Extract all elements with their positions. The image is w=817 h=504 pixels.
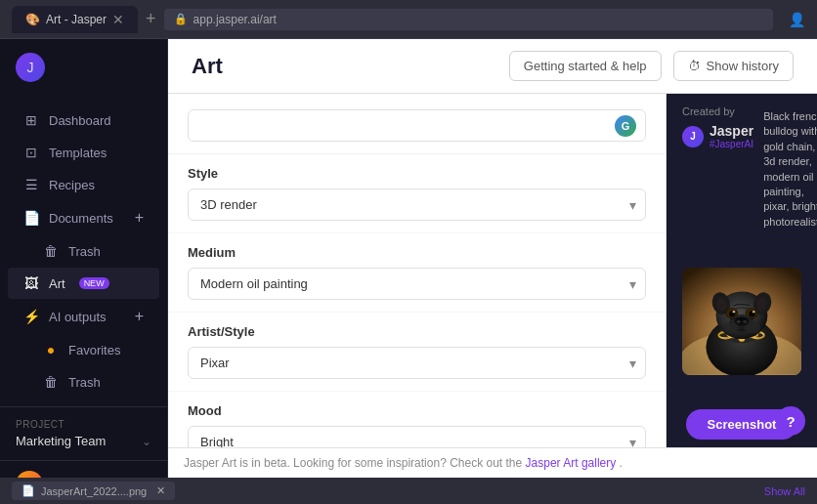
documents-icon: 📄 — [23, 210, 39, 226]
style-select-wrapper: 3D render ▾ — [188, 189, 646, 221]
g-button[interactable]: G — [615, 115, 636, 137]
brand-section: Created by J Jasper #JasperAI — [682, 105, 753, 149]
medium-select-wrapper: Modern oil painting ▾ — [188, 268, 646, 300]
svg-point-23 — [733, 311, 735, 313]
sidebar-item-ai-outputs[interactable]: ⚡ AI outputs + — [8, 300, 159, 333]
artist-section: Artist/Style Pixar ▾ — [168, 313, 666, 392]
help-icon: ? — [786, 413, 795, 430]
lock-icon: 🔒 — [174, 13, 188, 25]
bottom-bar: Jasper Art is in beta. Looking for some … — [168, 447, 817, 478]
text-input-row: G — [188, 109, 646, 142]
image-container — [666, 241, 817, 401]
main-body: G Style 3D render ▾ Medium — [168, 94, 817, 447]
svg-point-31 — [745, 322, 760, 333]
avatar: JO — [16, 471, 43, 478]
sidebar-item-trash[interactable]: 🗑 Trash — [8, 235, 159, 267]
preview-header: Created by J Jasper #JasperAI Black fren… — [666, 94, 817, 241]
svg-point-29 — [743, 320, 747, 323]
user-section: JO Jasper Official ⚙ — [0, 460, 167, 478]
main-header: Art Getting started & help ⏱ Show histor… — [168, 39, 817, 94]
sidebar-item-favorites[interactable]: ● Favorites — [8, 334, 159, 365]
art-icon: 🖼 — [23, 275, 39, 291]
trash-label: Trash — [68, 244, 101, 259]
sidebar-item-dashboard[interactable]: ⊞ Dashboard — [8, 105, 159, 136]
history-button[interactable]: ⏱ Show history — [673, 51, 794, 81]
dog-artwork — [682, 268, 801, 375]
templates-label: Templates — [49, 146, 107, 160]
style-select[interactable]: 3D render — [188, 189, 646, 221]
file-bar: 📄 JasperArt_2022....png ✕ Show All — [0, 478, 817, 504]
art-badge: NEW — [79, 277, 109, 289]
tab-label: Art - Jasper — [46, 13, 107, 26]
svg-point-30 — [722, 322, 738, 333]
svg-point-24 — [752, 311, 754, 313]
add-document-icon[interactable]: + — [135, 209, 144, 227]
style-section: Style 3D render ▾ — [168, 154, 666, 233]
medium-select[interactable]: Modern oil painting — [188, 268, 646, 300]
trash2-label: Trash — [68, 375, 101, 390]
trash-icon: 🗑 — [43, 243, 59, 259]
jasper-brand: J Jasper #JasperAI — [682, 123, 753, 149]
help-bubble[interactable]: ? — [776, 406, 805, 436]
sidebar-nav: ⊞ Dashboard ⊡ Templates ☰ Recipes 📄 Docu… — [0, 96, 167, 406]
new-tab-button[interactable]: + — [146, 9, 156, 29]
created-by-label: Created by — [682, 105, 753, 117]
favorites-label: Favorites — [68, 343, 120, 357]
project-label: PROJECT — [16, 419, 151, 430]
show-all-label[interactable]: Show All — [764, 485, 805, 497]
page-title: Art — [192, 54, 223, 79]
add-output-icon[interactable]: + — [135, 308, 144, 325]
project-chevron[interactable]: ⌄ — [142, 435, 151, 448]
medium-section: Medium Modern oil painting ▾ — [168, 233, 666, 313]
history-icon: ⏱ — [688, 59, 701, 73]
generated-image — [682, 268, 801, 375]
sidebar-item-recipes[interactable]: ☰ Recipes — [8, 169, 159, 200]
ai-outputs-label: AI outputs — [49, 310, 107, 324]
mood-select-wrapper: Bright ▾ — [188, 426, 646, 447]
sidebar-item-documents[interactable]: 📄 Documents + — [8, 201, 159, 234]
brand-tag: #JasperAI — [710, 139, 753, 149]
tab-close-icon[interactable]: ✕ — [112, 12, 124, 27]
file-close-icon[interactable]: ✕ — [156, 484, 165, 497]
templates-icon: ⊡ — [23, 145, 39, 160]
artist-select-wrapper: Pixar ▾ — [188, 347, 646, 379]
art-label: Art — [49, 276, 65, 291]
sidebar-item-templates[interactable]: ⊡ Templates — [8, 137, 159, 168]
preview-panel: Created by J Jasper #JasperAI Black fren… — [666, 94, 817, 447]
file-item[interactable]: 📄 JasperArt_2022....png ✕ — [12, 482, 175, 500]
jasper-gallery-link[interactable]: Jasper Art gallery — [526, 456, 617, 470]
svg-point-28 — [737, 320, 741, 323]
documents-label: Documents — [49, 211, 113, 226]
favorites-icon: ● — [43, 342, 59, 357]
browser-tab[interactable]: 🎨 Art - Jasper ✕ — [12, 6, 138, 33]
browser-chrome: 🎨 Art - Jasper ✕ + 🔒 app.jasper.ai/art 👤 — [0, 0, 817, 39]
dashboard-label: Dashboard — [49, 113, 111, 128]
jasper-brand-icon: J — [682, 126, 704, 147]
history-label: Show history — [707, 59, 779, 73]
style-label: Style — [188, 166, 646, 181]
logo-area: J — [0, 39, 167, 96]
beta-text-prefix: Jasper Art is in beta. Looking for some … — [184, 456, 522, 470]
preview-description: Black french bulldog with a gold chain, … — [763, 105, 817, 230]
brand-name: Jasper — [710, 123, 753, 139]
address-text: app.jasper.ai/art — [194, 13, 277, 26]
browser-actions: 👤 — [789, 12, 805, 27]
sidebar-item-art[interactable]: 🖼 Art NEW — [8, 268, 159, 299]
help-button[interactable]: Getting started & help — [509, 51, 662, 81]
address-bar[interactable]: 🔒 app.jasper.ai/art — [164, 9, 773, 30]
mood-section: Mood Bright ▾ — [168, 392, 666, 447]
dashboard-icon: ⊞ — [23, 112, 39, 128]
logo-icon: J — [16, 53, 45, 82]
medium-label: Medium — [188, 245, 646, 260]
profile-icon: 👤 — [789, 12, 805, 27]
trash2-icon: 🗑 — [43, 374, 59, 390]
form-panel: G Style 3D render ▾ Medium — [168, 94, 666, 447]
form-top: G — [168, 94, 666, 154]
file-name: JasperArt_2022....png — [41, 485, 147, 497]
art-description-input[interactable] — [188, 109, 646, 142]
sidebar: J ⊞ Dashboard ⊡ Templates ☰ Recipes 📄 Do… — [0, 39, 168, 478]
logo-letter: J — [27, 60, 34, 75]
mood-select[interactable]: Bright — [188, 426, 646, 447]
artist-select[interactable]: Pixar — [188, 347, 646, 379]
sidebar-item-trash2[interactable]: 🗑 Trash — [8, 366, 159, 398]
